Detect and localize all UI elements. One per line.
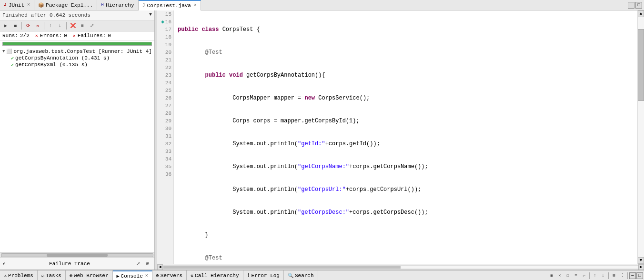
tab-junit-label: JUnit [9,2,24,8]
btab-problems[interactable]: ⚠ Problems [0,270,38,280]
btab-web-browser[interactable]: ⊕ Web Browser [66,270,113,280]
btab-servers[interactable]: ⚙ Servers [152,270,187,280]
servers-icon: ⚙ [156,273,159,279]
scroll-track[interactable] [638,17,644,257]
console-next-btn[interactable]: ↓ [599,272,607,280]
trace-btn2[interactable]: ⊞ [143,260,152,268]
scroll-down-btn[interactable]: ▼ [638,257,644,264]
code-h-scroll[interactable]: ◀ ▶ [157,264,644,270]
editor-v-scrollbar[interactable]: ▲ ▼ [637,10,644,264]
line-31: 31 [159,132,171,140]
btab-call-hierarchy[interactable]: ⇅ Call Hierarchy [187,270,243,280]
tree-item-1[interactable]: ✔ getCorpsByXml (0.135 s) [0,61,154,68]
console-prev-btn[interactable]: ↑ [591,272,599,280]
console-terminate-btn[interactable]: ◼ [548,272,555,280]
h-scroll-thumb-code[interactable] [163,266,401,269]
h-scroll-left[interactable]: ◀ [157,264,163,270]
prev-fail-btn[interactable]: ↑ [46,21,55,30]
btab-console-label: Console [121,273,143,279]
btab-error-log-label: Error Log [252,273,280,279]
line-32: 32 [159,140,171,148]
console-props-btn[interactable]: ⋮ [618,272,626,280]
tasks-icon: ☑ [41,273,44,279]
test-ok-icon-0: ✔ [11,55,14,61]
line-30: 30 [159,125,171,132]
failures-icon: ✕ [73,33,76,39]
tree-item-label-0: getCorpsByAnnotation (0.431 s) [15,55,110,61]
btab-servers-label: Servers [161,273,182,279]
code-line-24: } [178,231,634,239]
line-35: 35 [159,163,171,170]
console-word-wrap-btn[interactable]: ↵ [580,272,588,280]
expand-trace-btn[interactable]: ⤢ [134,260,142,268]
btab-console-close[interactable]: × [145,273,148,279]
tree-item-label-1: getCorpsByXml (0.135 s) [15,62,88,68]
code-content[interactable]: public class CorpsTest { @Test public vo… [174,10,637,264]
failure-trace-icon: ⚡ [2,261,5,267]
console-icon: ▶ [117,273,120,279]
top-tab-bar: J JUnit × 📦 Package Expl... H Hierarchy … [0,0,644,10]
scroll-lock-btn[interactable]: ≡ [78,21,87,30]
btab-error-log[interactable]: ! Error Log [243,270,284,280]
sep2 [44,22,44,30]
error-log-icon: ! [247,273,250,278]
line-27: 27 [159,102,171,110]
scroll-thumb[interactable] [638,29,644,101]
test-ok-icon-1: ✔ [11,62,14,68]
window-minimize[interactable]: ─ [628,2,634,9]
sep-console2 [608,272,609,279]
tab-hierarchy[interactable]: H Hierarchy [97,0,138,10]
console-remove-btn[interactable]: ✕ [556,272,564,280]
orientation-btn[interactable]: ⤢ [88,21,96,30]
btab-search[interactable]: 🔍 Search [284,270,318,280]
tab-junit-close[interactable]: × [27,2,30,8]
bottom-min[interactable]: ─ [629,272,636,279]
scroll-up-btn[interactable]: ▲ [638,10,644,17]
sep-console [589,272,590,279]
tab-junit[interactable]: J JUnit × [0,0,34,10]
left-panel: Finished after 0.642 seconds ▼ ▶ ◼ ⟳ ↻ ↑… [0,10,155,270]
h-scroll-right[interactable]: ▶ [638,264,644,270]
tab-package-explorer[interactable]: 📦 Package Expl... [34,0,97,10]
tree-root-item[interactable]: ▼ ⬜ org.javaweb.test.CorpsTest [Runner: … [0,48,154,55]
bottom-max[interactable]: □ [636,272,643,279]
tree-item-0[interactable]: ✔ getCorpsByAnnotation (0.431 s) [0,55,154,61]
problems-icon: ⚠ [4,273,7,279]
rerun-btn[interactable]: ⟳ [24,21,32,30]
btab-tasks[interactable]: ☑ Tasks [38,270,66,280]
line-25: 25 [159,87,171,94]
failure-trace-section: ⚡ Failure Trace ⤢ ⊞ [0,258,154,270]
line-29: 29 [159,117,171,125]
errors-icon: ✕ [35,33,38,39]
window-maximize[interactable]: □ [635,2,642,9]
code-line-17: public void getCorpsByAnnotation(){ [178,71,634,79]
failures-label: Failures: [78,33,106,39]
btab-console[interactable]: ▶ Console × [113,270,152,280]
run-btn[interactable]: ▶ [1,21,10,30]
code-area[interactable]: 15 ◆16 17 18 19 20 21 22 23 24 25 26 27 … [157,10,644,264]
btab-web-label: Web Browser [74,273,109,279]
progress-bar [3,42,151,45]
console-scroll-lock-btn[interactable]: ≡ [572,272,580,280]
console-open-btn[interactable]: ⊞ [610,272,618,280]
stop-btn[interactable]: ◼ [11,21,20,30]
test-tree[interactable]: ▼ ⬜ org.javaweb.test.CorpsTest [Runner: … [0,47,154,252]
line-23: 23 [159,71,171,79]
h-scrollbar-left[interactable] [0,252,154,258]
tab-corps-test[interactable]: J CorpsTest.java × [139,0,201,10]
tab-pkg-label: Package Expl... [46,2,93,8]
console-clear-btn[interactable]: ☐ [564,272,572,280]
tab-corps-test-close[interactable]: × [194,3,197,8]
h-scroll-track-code[interactable] [163,265,638,269]
h-scroll-track[interactable] [1,253,153,257]
fail-only-btn[interactable]: ❌ [69,21,77,30]
package-icon: 📦 [38,2,44,8]
collapse-icon[interactable]: ▼ [149,12,152,17]
next-fail-btn[interactable]: ↓ [56,21,64,30]
line-17: 17 [159,26,171,33]
hierarchy-icon: H [101,2,104,8]
tree-arrow-root: ▼ [2,49,5,54]
rerun-fail-btn[interactable]: ↻ [33,21,42,30]
failure-trace-label: Failure Trace [49,261,90,267]
h-scroll-thumb[interactable] [47,254,107,257]
